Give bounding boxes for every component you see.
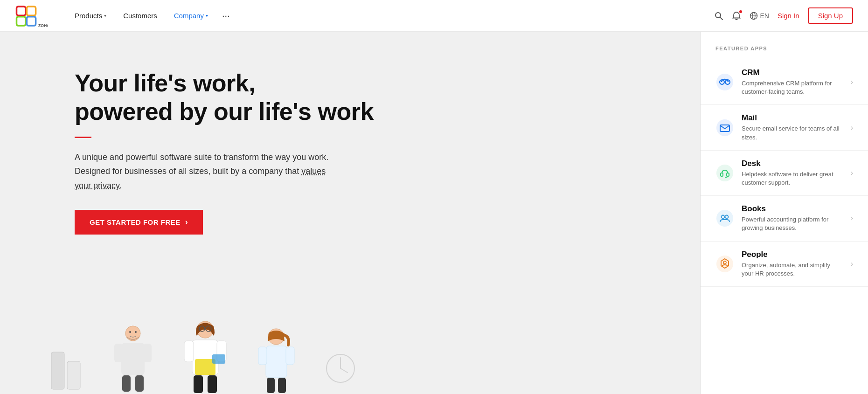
people-desc: Organize, automate, and simplify your HR… [742, 261, 843, 278]
person-2 [182, 319, 229, 394]
mail-chevron-icon: › [851, 124, 853, 132]
illustration-strip [0, 310, 700, 394]
chevron-down-icon: ▾ [104, 13, 106, 18]
svg-rect-17 [135, 375, 144, 392]
svg-point-43 [716, 119, 733, 136]
signup-button[interactable]: Sign Up [808, 7, 853, 24]
svg-text:ZOHO: ZOHO [38, 23, 48, 27]
people-icon [715, 255, 734, 273]
illustration-ui-elements [47, 347, 84, 394]
mail-desc: Secure email service for teams of all si… [742, 124, 843, 141]
search-button[interactable] [714, 11, 723, 21]
svg-rect-35 [267, 378, 275, 393]
privacy-link[interactable]: values your privacy. [75, 166, 326, 190]
crm-name: CRM [742, 68, 843, 77]
nav-item-customers[interactable]: Customers [115, 0, 166, 32]
person-1 [112, 324, 154, 394]
svg-point-19 [135, 331, 137, 333]
featured-apps-panel: FEATURED APPS CRM Comprehensive CRM plat… [700, 32, 868, 394]
people-chevron-icon: › [851, 260, 853, 268]
svg-rect-32 [266, 346, 287, 378]
svg-rect-33 [258, 347, 267, 365]
hero-divider [75, 137, 91, 138]
nav-item-company[interactable]: Company ▾ [166, 0, 216, 32]
nav-right: EN Sign In Sign Up [714, 7, 853, 24]
books-desc: Powerful accounting platform for growing… [742, 215, 843, 232]
crm-desc: Comprehensive CRM platform for customer-… [742, 79, 843, 96]
navbar: ZOHO Products ▾ Customers Company ▾ ··· [0, 0, 868, 32]
app-row-mail[interactable]: Mail Secure email service for teams of a… [701, 105, 868, 150]
books-icon [715, 209, 734, 228]
language-selector[interactable]: EN [750, 12, 769, 20]
svg-rect-10 [51, 352, 64, 389]
person-3 [257, 326, 296, 394]
page-body: Your life's work,powered by our life's w… [0, 32, 868, 394]
hero-title: Your life's work,powered by our life's w… [75, 69, 401, 126]
svg-rect-1 [27, 6, 35, 15]
svg-rect-14 [114, 344, 123, 362]
signin-button[interactable]: Sign In [778, 12, 799, 20]
crm-icon [715, 73, 734, 91]
crm-chevron-icon: › [851, 78, 853, 86]
arrow-icon: › [185, 217, 188, 227]
desk-name: Desk [742, 159, 843, 168]
svg-rect-13 [121, 343, 145, 375]
nav-item-products[interactable]: Products ▾ [66, 0, 115, 32]
app-row-desk[interactable]: Desk Helpdesk software to deliver great … [701, 151, 868, 196]
desk-chevron-icon: › [851, 169, 853, 177]
svg-point-18 [129, 331, 131, 333]
nav-more-button[interactable]: ··· [216, 10, 236, 21]
svg-rect-3 [27, 16, 35, 25]
svg-rect-23 [184, 341, 194, 362]
svg-rect-16 [122, 375, 131, 392]
svg-line-39 [340, 368, 347, 373]
app-row-books[interactable]: Books Powerful accounting platform for g… [701, 196, 868, 241]
svg-rect-26 [194, 375, 203, 393]
desk-icon [715, 164, 734, 182]
chevron-down-icon-company: ▾ [206, 13, 208, 18]
globe-icon [750, 12, 758, 20]
svg-rect-15 [143, 344, 152, 362]
svg-rect-2 [17, 16, 26, 25]
svg-rect-36 [278, 378, 286, 393]
svg-rect-25 [212, 354, 225, 364]
svg-rect-34 [286, 347, 294, 365]
svg-line-6 [720, 17, 722, 20]
notification-badge [738, 9, 743, 14]
people-name: People [742, 250, 843, 259]
clock-decoration [324, 352, 357, 385]
svg-point-48 [716, 210, 733, 227]
svg-rect-0 [17, 6, 26, 15]
get-started-button[interactable]: GET STARTED FOR FREE › [75, 210, 203, 235]
svg-point-12 [125, 326, 140, 341]
desk-desc: Helpdesk software to deliver great custo… [742, 170, 843, 187]
svg-rect-27 [208, 375, 217, 393]
hero-section: Your life's work,powered by our life's w… [0, 32, 700, 394]
hero-description: A unique and powerful software suite to … [75, 150, 336, 193]
mail-icon [715, 118, 734, 137]
app-row-crm[interactable]: CRM Comprehensive CRM platform for custo… [701, 60, 868, 105]
notifications-button[interactable] [732, 11, 741, 21]
nav-links: Products ▾ Customers Company ▾ ··· [66, 0, 714, 32]
logo[interactable]: ZOHO [15, 5, 48, 27]
svg-rect-11 [67, 361, 80, 389]
svg-point-45 [716, 165, 733, 181]
featured-apps-title: FEATURED APPS [701, 46, 868, 60]
mail-name: Mail [742, 113, 843, 123]
search-icon [714, 11, 723, 21]
books-chevron-icon: › [851, 214, 853, 222]
books-name: Books [742, 204, 843, 214]
app-row-people[interactable]: People Organize, automate, and simplify … [701, 242, 868, 287]
